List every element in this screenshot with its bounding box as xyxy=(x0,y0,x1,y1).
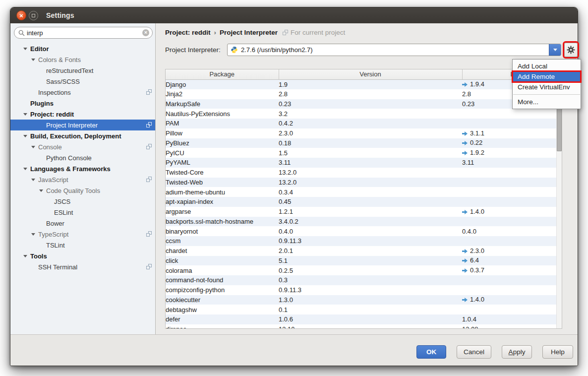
expand-arrow-icon[interactable] xyxy=(23,48,30,50)
package-name: PAM xyxy=(166,119,279,128)
package-row-colorama[interactable]: colorama0.2.50.3.7 xyxy=(166,265,562,275)
tree-item-label: TypeScript xyxy=(38,231,68,238)
menu-item-create-virtualenv[interactable]: Create VirtualEnv xyxy=(513,82,581,92)
override-icon xyxy=(146,122,152,127)
menu-item-add-remote[interactable]: Add Remote xyxy=(513,71,581,82)
package-row-twisted-web[interactable]: Twisted-Web13.2.0 xyxy=(166,178,562,188)
expand-arrow-icon[interactable] xyxy=(31,59,38,61)
package-version: 2.3.0 xyxy=(279,128,462,138)
package-row-backports-ssl-match-hostname[interactable]: backports.ssl-match-hostname3.4.0.2 xyxy=(166,217,562,227)
expand-arrow-icon[interactable] xyxy=(31,146,38,148)
package-row-chardet[interactable]: chardet2.0.12.3.0 xyxy=(166,246,562,256)
help-button[interactable]: Help xyxy=(542,345,573,359)
override-icon xyxy=(146,177,152,182)
close-button[interactable]: × xyxy=(16,10,26,20)
package-version: 2.8 xyxy=(279,89,462,99)
expand-arrow-icon[interactable] xyxy=(31,233,38,236)
clear-search-icon[interactable]: × xyxy=(142,29,149,36)
tree-item-javascript[interactable]: JavaScript xyxy=(10,174,155,185)
breadcrumb: Project: reddit › Project Interpreter Fo… xyxy=(165,28,345,37)
package-version: 13.2.0 xyxy=(279,168,462,178)
package-row-apt-xapian-index[interactable]: apt-xapian-index0.45 xyxy=(166,197,562,207)
package-name: colorama xyxy=(166,265,279,275)
override-icon xyxy=(146,144,152,149)
menu-item-add-local[interactable]: Add Local xyxy=(513,61,581,71)
tree-item-label: ESLint xyxy=(54,209,73,216)
package-row-markupsafe[interactable]: MarkupSafe0.230.23 xyxy=(166,99,562,109)
expand-arrow-icon[interactable] xyxy=(23,255,30,257)
package-row-pyicu[interactable]: PyICU1.51.9.2 xyxy=(166,148,562,158)
tree-item-eslint[interactable]: ESLint xyxy=(10,207,155,218)
tree-item-sass-scss[interactable]: Sass/SCSS xyxy=(10,76,155,87)
package-row-nautilus-pyextensions[interactable]: Nautilus-PyExtensions3.2 xyxy=(166,109,562,119)
column-header-version[interactable]: Version xyxy=(279,69,462,79)
package-row-cookiecutter[interactable]: cookiecutter1.3.01.4.0 xyxy=(166,295,562,305)
interpreter-combobox[interactable]: 2.7.6 (/usr/bin/python2.7) xyxy=(227,44,561,56)
tree-item-languages-frameworks[interactable]: Languages & Frameworks xyxy=(10,163,155,174)
tree-item-colors-fonts[interactable]: Colors & Fonts xyxy=(10,54,155,65)
expand-arrow-icon[interactable] xyxy=(23,168,30,170)
package-version: 3.2 xyxy=(279,109,462,119)
update-arrow-icon xyxy=(462,208,468,216)
package-latest: 1.0.4 xyxy=(462,314,562,324)
titlebar[interactable]: × Settings xyxy=(10,7,578,23)
package-row-pam[interactable]: PAM0.4.2 xyxy=(166,119,562,128)
package-name: Jinja2 xyxy=(166,89,279,99)
package-row-dirspec[interactable]: dirspec13.1013.08 xyxy=(166,324,562,329)
tree-item-console[interactable]: Console xyxy=(10,141,155,152)
apply-button[interactable]: Apply xyxy=(502,345,532,359)
cancel-button[interactable]: Cancel xyxy=(457,345,491,359)
search-input[interactable] xyxy=(27,29,142,37)
package-latest: 3.11 xyxy=(462,158,562,168)
override-icon xyxy=(146,231,152,237)
package-row-click[interactable]: click5.16.4 xyxy=(166,256,562,266)
maximize-button[interactable] xyxy=(29,11,38,20)
tree-item-project-interpreter[interactable]: Project Interpreter xyxy=(10,120,155,130)
expand-arrow-icon[interactable] xyxy=(23,135,30,137)
tree-item-typescript[interactable]: TypeScript xyxy=(10,229,155,240)
package-row-debtagshw[interactable]: debtagshw0.1 xyxy=(166,305,562,314)
tree-item-tslint[interactable]: TSLint xyxy=(10,240,155,251)
tree-item-plugins[interactable]: Plugins xyxy=(10,98,155,109)
package-row-jinja2[interactable]: Jinja22.82.8 xyxy=(166,89,562,99)
expand-arrow-icon[interactable] xyxy=(39,189,46,192)
tree-item-bower[interactable]: Bower xyxy=(10,218,155,229)
settings-search-box[interactable]: × xyxy=(14,27,153,39)
package-row-pyyaml[interactable]: PyYAML3.113.11 xyxy=(166,158,562,168)
package-row-binaryornot[interactable]: binaryornot0.4.00.4.0 xyxy=(166,226,562,236)
package-row-argparse[interactable]: argparse1.2.11.4.0 xyxy=(166,207,562,217)
python-icon xyxy=(231,46,238,54)
tree-item-jscs[interactable]: JSCS xyxy=(10,196,155,207)
column-header-package[interactable]: Package xyxy=(166,69,279,79)
package-row-ccsm[interactable]: ccsm0.9.11.3 xyxy=(166,236,562,246)
package-latest: 1.9.2 xyxy=(462,148,562,158)
tree-item-code-quality-tools[interactable]: Code Quality Tools xyxy=(10,185,155,196)
ok-button[interactable]: OK xyxy=(416,345,446,359)
tree-item-project-reddit[interactable]: Project: reddit xyxy=(10,109,155,120)
tree-item-python-console[interactable]: Python Console xyxy=(10,152,155,163)
menu-item-more[interactable]: More... xyxy=(513,97,581,107)
scrollbar-track[interactable] xyxy=(556,80,562,328)
tree-item-build-execution-deployment[interactable]: Build, Execution, Deployment xyxy=(10,130,155,141)
tree-item-ssh-terminal[interactable]: SSH Terminal xyxy=(10,261,155,272)
package-row-pybluez[interactable]: PyBluez0.180.22 xyxy=(166,138,562,148)
package-latest: 1.4.0 xyxy=(462,295,562,305)
expand-arrow-icon[interactable] xyxy=(23,113,30,116)
package-row-command-not-found[interactable]: command-not-found0.3 xyxy=(166,275,562,285)
package-latest xyxy=(462,285,562,295)
tree-item-tools[interactable]: Tools xyxy=(10,251,155,261)
package-row-twisted-core[interactable]: Twisted-Core13.2.0 xyxy=(166,168,562,178)
tree-item-inspections[interactable]: Inspections xyxy=(10,87,155,98)
expand-arrow-icon[interactable] xyxy=(31,179,38,181)
package-row-pillow[interactable]: Pillow2.3.03.1.1 xyxy=(166,128,562,138)
combo-dropdown-button[interactable] xyxy=(549,44,561,56)
package-row-adium-theme-ubuntu[interactable]: adium-theme-ubuntu0.3.4 xyxy=(166,187,562,197)
package-row-compizconfig-python[interactable]: compizconfig-python0.9.11.3 xyxy=(166,285,562,295)
package-row-django[interactable]: Django1.91.9.4 xyxy=(166,79,562,89)
package-name: PyBluez xyxy=(166,138,279,148)
breadcrumb-page: Project Interpreter xyxy=(220,29,278,36)
gear-button[interactable] xyxy=(564,43,578,57)
tree-item-restructuredtext[interactable]: reStructuredText xyxy=(10,65,155,76)
package-row-defer[interactable]: defer1.0.61.0.4 xyxy=(166,314,562,324)
tree-item-editor[interactable]: Editor xyxy=(10,43,155,54)
